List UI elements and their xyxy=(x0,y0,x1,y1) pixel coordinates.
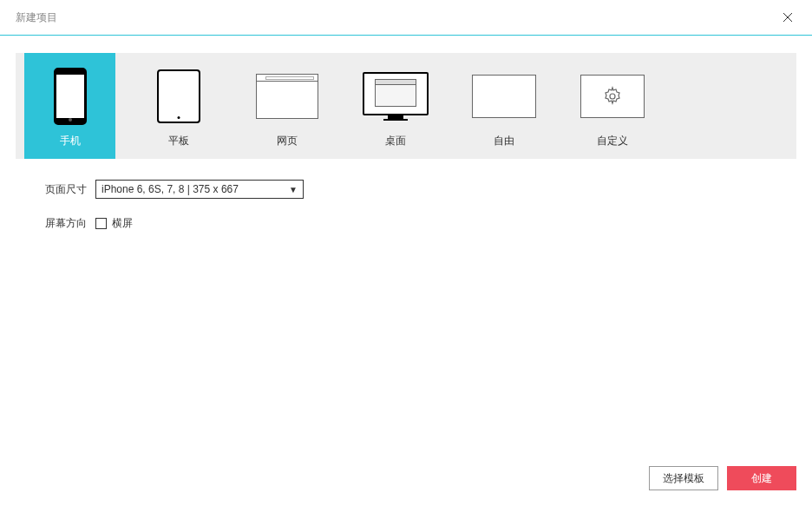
row-orientation: 屏幕方向 横屏 xyxy=(45,216,796,231)
close-icon xyxy=(783,12,793,23)
dialog-title: 新建项目 xyxy=(16,10,57,25)
device-tile-web[interactable]: 网页 xyxy=(241,53,332,159)
page-size-value: iPhone 6, 6S, 7, 8 | 375 x 667 xyxy=(102,183,239,195)
landscape-checkbox[interactable] xyxy=(95,218,107,229)
chevron-down-icon: ▼ xyxy=(289,185,298,194)
create-button[interactable]: 创建 xyxy=(727,466,796,490)
device-label-tablet: 平板 xyxy=(168,134,189,148)
device-label-web: 网页 xyxy=(277,134,298,148)
dialog-header: 新建项目 xyxy=(0,0,812,36)
page-size-label: 页面尺寸 xyxy=(45,182,87,197)
row-page-size: 页面尺寸 iPhone 6, 6S, 7, 8 | 375 x 667 ▼ xyxy=(45,180,796,199)
custom-icon xyxy=(566,65,658,127)
dialog-footer: 选择模板 创建 xyxy=(649,466,796,490)
page-size-select[interactable]: iPhone 6, 6S, 7, 8 | 375 x 667 ▼ xyxy=(95,180,304,199)
svg-point-2 xyxy=(610,94,615,99)
form-area: 页面尺寸 iPhone 6, 6S, 7, 8 | 375 x 667 ▼ 屏幕… xyxy=(45,180,796,231)
device-label-custom: 自定义 xyxy=(597,134,628,148)
device-label-free: 自由 xyxy=(494,134,514,148)
device-label-desktop: 桌面 xyxy=(385,134,406,148)
device-tile-tablet[interactable]: 平板 xyxy=(133,53,224,159)
device-tile-desktop[interactable]: 桌面 xyxy=(350,53,441,159)
free-icon xyxy=(458,65,549,127)
tablet-icon xyxy=(133,65,224,127)
device-tile-free[interactable]: 自由 xyxy=(458,53,549,159)
web-icon xyxy=(241,65,332,127)
desktop-icon xyxy=(350,65,441,127)
device-label-phone: 手机 xyxy=(60,134,81,148)
gear-icon xyxy=(602,86,623,107)
orientation-label: 屏幕方向 xyxy=(45,216,87,231)
close-button[interactable] xyxy=(779,9,796,26)
device-tile-phone[interactable]: 手机 xyxy=(24,53,115,159)
select-template-button[interactable]: 选择模板 xyxy=(649,466,718,490)
device-type-panel: 手机 平板 网页 桌面 xyxy=(16,53,796,159)
landscape-label: 横屏 xyxy=(112,216,133,231)
phone-icon xyxy=(24,65,115,127)
device-tile-custom[interactable]: 自定义 xyxy=(566,53,658,159)
